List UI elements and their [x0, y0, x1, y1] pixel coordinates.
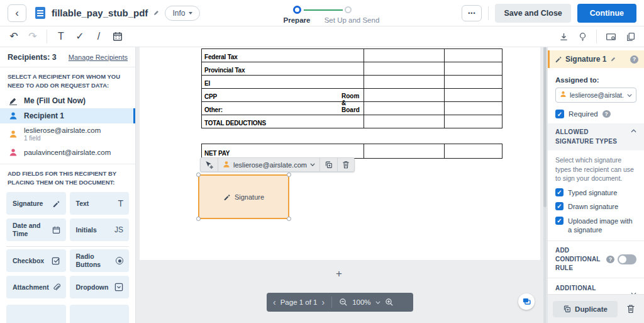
step-setup-label: Set Up and Send — [316, 16, 388, 24]
signature-type-row: ✓ Drawn signature — [555, 202, 636, 211]
divider — [331, 297, 332, 308]
resize-handle[interactable] — [196, 217, 201, 221]
help-icon[interactable]: ? — [602, 110, 611, 118]
recipient-item-recipient1[interactable]: Recipient 1 — [0, 108, 135, 123]
delete-field-button[interactable] — [338, 158, 354, 171]
field-button-partial[interactable] — [6, 305, 66, 323]
redo-icon[interactable]: ↷ — [28, 31, 38, 42]
help-icon[interactable]: ? — [630, 55, 638, 64]
field-settings-footer: Duplicate — [548, 294, 644, 323]
check-tool-icon[interactable]: ✓ — [75, 31, 85, 42]
text-icon: T — [118, 198, 123, 208]
field-properties-icon[interactable] — [606, 32, 616, 42]
duplicate-field-button[interactable] — [320, 158, 338, 171]
field-button-signature[interactable]: Signature — [6, 192, 66, 215]
recipient-item-leslierose[interactable]: leslierose@airslate.com 1 field — [0, 123, 135, 145]
field-title: Signature 1 — [565, 55, 606, 64]
table-row: Other: Room & Board — [202, 102, 502, 115]
required-checkbox[interactable]: ✓ — [555, 110, 564, 118]
duplicate-button[interactable]: Duplicate — [553, 301, 618, 317]
recipient-label: paulavincent@airslate.com — [24, 149, 111, 156]
date-tool-icon[interactable] — [113, 31, 123, 42]
signature-field-placed[interactable]: Signature — [198, 174, 289, 219]
chat-support-button[interactable] — [518, 293, 535, 310]
zoom-out-icon[interactable] — [339, 298, 348, 307]
canvas-scrollbar[interactable] — [543, 47, 547, 323]
page-zoom-bar: ‹ Page 1 of 1 › 100% — [267, 293, 413, 312]
typed-signature-checkbox[interactable]: ✓ — [555, 188, 564, 196]
download-icon[interactable] — [558, 32, 569, 42]
table-row: TOTAL DEDUCTIONS — [202, 115, 502, 128]
copy-pages-icon[interactable] — [625, 32, 635, 42]
field-button-radio-buttons[interactable]: Radio Buttons — [70, 249, 130, 272]
save-and-close-button[interactable]: Save and Close — [495, 4, 570, 23]
add-page-button[interactable]: + — [336, 268, 342, 280]
person-icon — [9, 130, 18, 139]
move-field-handle[interactable] — [201, 158, 218, 171]
field-button-attachment[interactable]: Attachment — [6, 276, 66, 298]
document-file-icon — [35, 7, 45, 19]
field-button-partial[interactable] — [70, 305, 130, 323]
paperclip-icon — [52, 283, 60, 292]
pen-icon — [9, 96, 18, 105]
prev-page-button[interactable]: ‹ — [273, 298, 276, 307]
app-window: ‹ fillable_pay_stub_pdf Info Prepare Set… — [0, 0, 644, 323]
net-pay-table: NET PAY — [201, 144, 502, 159]
divider — [488, 6, 489, 20]
resize-handle[interactable] — [196, 173, 201, 177]
continue-button[interactable]: Continue — [577, 4, 636, 23]
field-settings-header: Signature 1 ? — [548, 50, 644, 68]
person-icon — [9, 111, 18, 120]
help-icon[interactable]: ? — [606, 256, 614, 263]
manage-recipients-link[interactable]: Manage Recipients — [69, 54, 128, 61]
editor-toolbar: ↶ ↷ T ✓ / — [0, 26, 644, 47]
initials-icon: JS — [114, 225, 123, 234]
more-options-button[interactable]: ••• — [462, 5, 482, 21]
document-canvas[interactable]: Federal Tax Provincial Tax EI CPP — [136, 47, 547, 323]
signature-type-row: ✓ Uploaded image with a signature — [555, 217, 636, 235]
assigned-to-dropdown[interactable]: leslierose@airslat... — [555, 88, 636, 103]
resize-handle[interactable] — [287, 217, 291, 221]
edit-field-name-icon[interactable] — [610, 56, 616, 62]
step-setup-dot — [345, 6, 352, 13]
signature-icon — [555, 55, 562, 63]
field-assignee-dropdown[interactable]: leslierose@airslate.com — [218, 158, 320, 171]
person-icon — [223, 161, 230, 169]
drawn-signature-checkbox[interactable]: ✓ — [555, 202, 564, 210]
conditional-rule-toggle[interactable] — [618, 254, 636, 264]
field-context-toolbar: leslierose@airslate.com — [200, 157, 355, 172]
radio-icon — [116, 257, 123, 264]
text-tool-icon[interactable]: T — [56, 31, 66, 42]
trash-icon — [626, 304, 635, 314]
required-row: ✓ Required ? — [555, 110, 636, 118]
field-button-initials[interactable]: Initials JS — [70, 218, 130, 241]
additional-settings-header[interactable]: ADDITIONAL SETTINGS — [548, 278, 644, 294]
signature-field-label: Signature — [235, 193, 264, 201]
undo-icon[interactable]: ↶ — [9, 31, 19, 42]
next-page-button[interactable]: › — [322, 298, 325, 307]
line-tool-icon[interactable]: / — [94, 31, 104, 42]
checkbox-icon — [52, 256, 60, 265]
info-dropdown[interactable]: Info — [165, 6, 200, 21]
field-button-date-time[interactable]: Date and Time — [6, 218, 66, 241]
select-recipient-hint: SELECT A RECIPIENT FOR WHOM YOU NEED TO … — [0, 67, 135, 93]
field-button-checkbox[interactable]: Checkbox — [6, 249, 66, 272]
step-prepare-dot — [293, 6, 301, 14]
required-label: Required — [569, 110, 598, 118]
recipient-item-me[interactable]: Me (Fill Out Now) — [0, 93, 135, 108]
uploaded-image-checkbox[interactable]: ✓ — [555, 217, 564, 225]
divider — [47, 30, 47, 43]
chevron-down-icon — [189, 12, 192, 14]
assigned-to-label: Assigned to: — [555, 76, 636, 84]
lightbulb-icon[interactable] — [577, 32, 587, 42]
rename-pencil-icon[interactable] — [153, 9, 160, 16]
field-button-dropdown[interactable]: Dropdown — [70, 276, 130, 298]
zoom-in-icon[interactable] — [385, 298, 394, 307]
recipient-item-paulavincent[interactable]: paulavincent@airslate.com — [0, 145, 135, 160]
delete-field-button[interactable] — [623, 301, 639, 317]
allowed-signature-types-header[interactable]: ALLOWED SIGNATURE TYPES — [548, 123, 644, 150]
resize-handle[interactable] — [287, 173, 291, 177]
field-button-text[interactable]: Text T — [70, 192, 130, 215]
zoom-dropdown-caret[interactable] — [375, 301, 380, 304]
back-button[interactable]: ‹ — [8, 4, 26, 22]
